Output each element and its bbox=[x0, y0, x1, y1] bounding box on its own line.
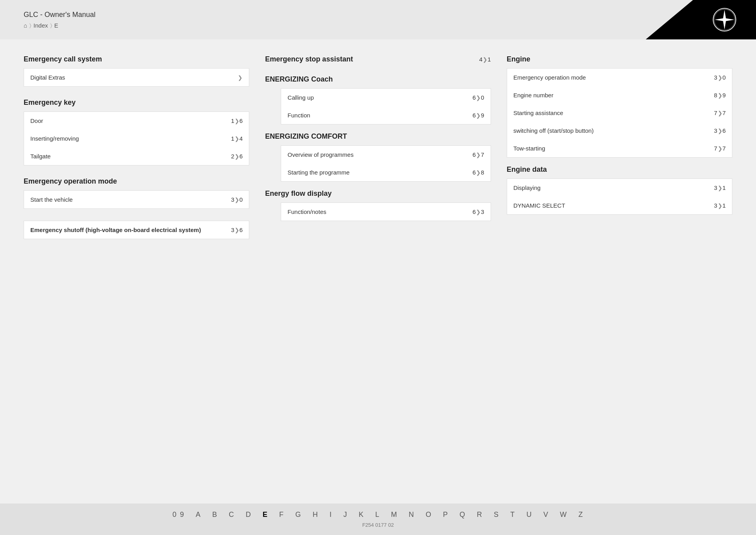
entry-inserting[interactable]: Inserting/removing 1❯4 bbox=[24, 130, 249, 147]
entry-page-displaying: 3❯1 bbox=[714, 184, 726, 191]
entry-calling-up[interactable]: Calling up 6❯0 bbox=[281, 89, 490, 106]
alpha-B[interactable]: B bbox=[212, 511, 218, 519]
alpha-A[interactable]: A bbox=[196, 511, 201, 519]
entry-label-starting-programme: Starting the programme bbox=[287, 169, 350, 176]
column-1: Emergency call system Digital Extras ❯ E… bbox=[24, 55, 249, 241]
arrow-function: ❯ bbox=[476, 112, 481, 119]
entry-function-notes[interactable]: Function/notes 6❯3 bbox=[281, 203, 490, 221]
entry-displaying[interactable]: Displaying 3❯1 bbox=[507, 179, 732, 197]
arrow-emergency-op-mode: ❯ bbox=[718, 74, 723, 81]
arrow-starting-programme: ❯ bbox=[476, 169, 481, 176]
alpha-D[interactable]: D bbox=[246, 511, 252, 519]
entry-engine-number[interactable]: Engine number 8❯9 bbox=[507, 86, 732, 104]
alpha-09[interactable]: 0 9 bbox=[172, 511, 185, 519]
entry-page-dynamic-select: 3❯1 bbox=[714, 202, 726, 209]
header-right bbox=[646, 0, 756, 39]
svg-point-3 bbox=[723, 19, 726, 21]
entry-label-inserting: Inserting/removing bbox=[30, 135, 79, 142]
entry-label-tailgate: Tailgate bbox=[30, 153, 51, 160]
entry-label-engine-number: Engine number bbox=[513, 92, 554, 98]
entry-page-calling-up: 6❯0 bbox=[472, 94, 484, 101]
section-heading-energizing-coach: ENERGIZING Coach bbox=[265, 75, 491, 84]
entry-digital-extras[interactable]: Digital Extras ❯ bbox=[24, 69, 249, 86]
alpha-L[interactable]: L bbox=[375, 511, 380, 519]
entry-overview-programmes[interactable]: Overview of programmes 6❯7 bbox=[281, 146, 490, 163]
breadcrumb-current: E bbox=[54, 22, 58, 29]
arrow-switching-off: ❯ bbox=[718, 128, 723, 134]
alpha-C[interactable]: C bbox=[229, 511, 235, 519]
alpha-F[interactable]: F bbox=[279, 511, 284, 519]
arrow-start-vehicle: ❯ bbox=[235, 197, 239, 203]
section-heading-engine: Engine bbox=[507, 55, 732, 63]
entry-label-start-vehicle: Start the vehicle bbox=[30, 196, 73, 203]
arrow-calling-up: ❯ bbox=[476, 95, 481, 101]
entry-label-overview-programmes: Overview of programmes bbox=[287, 151, 354, 158]
entry-switching-off[interactable]: switching off (start/stop button) 3❯6 bbox=[507, 122, 732, 139]
entry-page-shutoff: 3❯6 bbox=[231, 227, 243, 233]
entry-label-starting-assistance: Starting assistance bbox=[513, 110, 563, 116]
entry-tailgate[interactable]: Tailgate 2❯6 bbox=[24, 147, 249, 165]
arrow-inserting: ❯ bbox=[235, 136, 239, 142]
entry-shutoff[interactable]: Emergency shutoff (high-voltage on-board… bbox=[24, 221, 249, 239]
alpha-Z[interactable]: Z bbox=[578, 511, 584, 519]
breadcrumb-index[interactable]: Index bbox=[33, 22, 48, 29]
breadcrumb-home-icon[interactable]: ⌂ bbox=[24, 22, 27, 29]
header: GLC - Owner's Manual ⌂ 〉 Index 〉 E bbox=[0, 0, 756, 39]
alpha-K[interactable]: K bbox=[359, 511, 364, 519]
alpha-N[interactable]: N bbox=[409, 511, 415, 519]
entry-box-energizing-coach: Calling up 6❯0 Function 6❯9 bbox=[281, 88, 491, 124]
section-heading-emergency-op: Emergency operation mode bbox=[24, 177, 249, 186]
entry-box-digital-extras: Digital Extras ❯ bbox=[24, 68, 249, 87]
alpha-S[interactable]: S bbox=[494, 511, 499, 519]
header-triangle-decoration bbox=[646, 0, 693, 39]
alpha-V[interactable]: V bbox=[543, 511, 549, 519]
alpha-P[interactable]: P bbox=[443, 511, 448, 519]
header-left: GLC - Owner's Manual ⌂ 〉 Index 〉 E bbox=[24, 11, 96, 29]
entry-label-emergency-op-mode: Emergency operation mode bbox=[513, 74, 586, 81]
entry-page-overview-programmes: 6❯7 bbox=[472, 151, 484, 158]
footer-code: F254 0177 02 bbox=[362, 522, 394, 528]
alpha-H[interactable]: H bbox=[313, 511, 319, 519]
arrow-emergency-stop: ❯ bbox=[483, 56, 487, 63]
section-heading-energizing-comfort: ENERGIZING COMFORT bbox=[265, 132, 491, 141]
entry-function[interactable]: Function 6❯9 bbox=[281, 106, 490, 124]
entry-tow-starting[interactable]: Tow-starting 7❯7 bbox=[507, 139, 732, 157]
alpha-I[interactable]: I bbox=[330, 511, 332, 519]
alpha-J[interactable]: J bbox=[343, 511, 348, 519]
section-header-emergency-stop: Emergency stop assistant 4❯1 bbox=[265, 55, 491, 63]
section-heading-energy-flow: Energy flow display bbox=[265, 189, 491, 198]
alpha-R[interactable]: R bbox=[477, 511, 483, 519]
mercedes-star-icon bbox=[713, 8, 736, 32]
footer: 0 9 A B C D E F G H I J K L M N O P Q R … bbox=[0, 503, 756, 535]
section-heading-emergency-stop: Emergency stop assistant bbox=[265, 55, 353, 63]
energizing-comfort-entries: Overview of programmes 6❯7 Starting the … bbox=[281, 145, 491, 182]
alpha-U[interactable]: U bbox=[526, 511, 532, 519]
entry-label-digital-extras: Digital Extras bbox=[30, 74, 65, 81]
alpha-Q[interactable]: Q bbox=[460, 511, 466, 519]
entry-starting-assistance[interactable]: Starting assistance 7❯7 bbox=[507, 104, 732, 122]
entry-starting-programme[interactable]: Starting the programme 6❯8 bbox=[281, 163, 490, 181]
entry-dynamic-select[interactable]: DYNAMIC SELECT 3❯1 bbox=[507, 197, 732, 214]
arrow-engine-number: ❯ bbox=[718, 92, 723, 98]
entry-label-switching-off: switching off (start/stop button) bbox=[513, 127, 594, 134]
entry-label-tow-starting: Tow-starting bbox=[513, 145, 545, 152]
alpha-O[interactable]: O bbox=[426, 511, 432, 519]
entry-label-door: Door bbox=[30, 117, 43, 124]
entry-label-dynamic-select: DYNAMIC SELECT bbox=[513, 202, 565, 209]
entry-emergency-op-mode[interactable]: Emergency operation mode 3❯0 bbox=[507, 69, 732, 86]
alpha-E[interactable]: E bbox=[263, 511, 268, 519]
column-3: Engine Emergency operation mode 3❯0 Engi… bbox=[507, 55, 732, 241]
alpha-M[interactable]: M bbox=[391, 511, 398, 519]
entry-start-vehicle[interactable]: Start the vehicle 3❯0 bbox=[24, 191, 249, 208]
entry-box-emergency-op: Start the vehicle 3❯0 bbox=[24, 190, 249, 209]
arrow-function-notes: ❯ bbox=[476, 209, 481, 215]
section-heading-engine-data: Engine data bbox=[507, 165, 732, 174]
entry-page-starting-programme: 6❯8 bbox=[472, 169, 484, 176]
alpha-T[interactable]: T bbox=[510, 511, 515, 519]
alpha-G[interactable]: G bbox=[295, 511, 302, 519]
entry-door[interactable]: Door 1❯6 bbox=[24, 112, 249, 130]
section-heading-emergency-call: Emergency call system bbox=[24, 55, 249, 63]
energizing-coach-entries: Calling up 6❯0 Function 6❯9 bbox=[281, 88, 491, 124]
alpha-W[interactable]: W bbox=[560, 511, 567, 519]
arrow-digital-extras: ❯ bbox=[238, 74, 243, 81]
